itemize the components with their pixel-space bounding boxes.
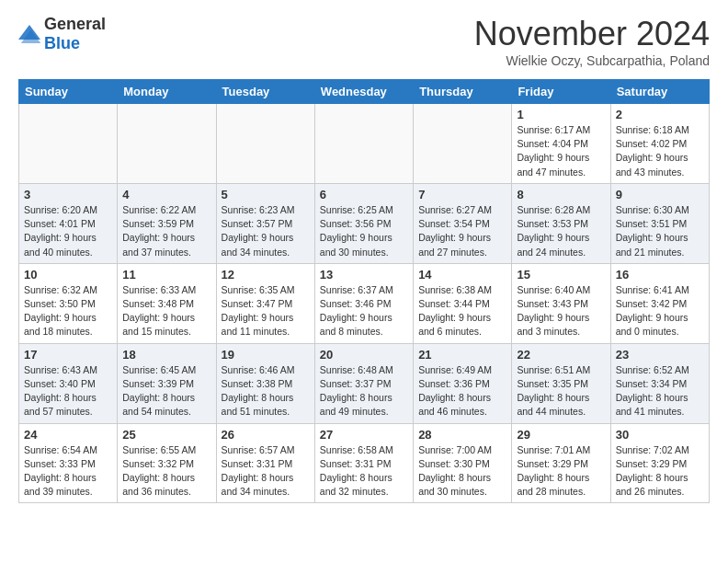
calendar-cell: 3Sunrise: 6:20 AM Sunset: 4:01 PM Daylig… [19,183,118,263]
day-number: 24 [24,428,112,442]
calendar-cell: 17Sunrise: 6:43 AM Sunset: 3:40 PM Dayli… [19,343,118,423]
day-number: 22 [517,348,605,362]
day-number: 29 [517,428,605,442]
logo-general: General [44,15,106,33]
day-number: 23 [616,348,704,362]
day-info: Sunrise: 6:46 AM Sunset: 3:38 PM Dayligh… [222,363,310,419]
calendar-cell: 1Sunrise: 6:17 AM Sunset: 4:04 PM Daylig… [512,104,610,184]
day-info: Sunrise: 6:38 AM Sunset: 3:44 PM Dayligh… [418,283,506,339]
calendar-cell: 13Sunrise: 6:37 AM Sunset: 3:46 PM Dayli… [314,263,413,343]
day-info: Sunrise: 6:33 AM Sunset: 3:48 PM Dayligh… [122,283,210,339]
calendar-cell: 24Sunrise: 6:54 AM Sunset: 3:33 PM Dayli… [19,423,118,503]
week-row-4: 17Sunrise: 6:43 AM Sunset: 3:40 PM Dayli… [19,343,710,423]
day-info: Sunrise: 6:27 AM Sunset: 3:54 PM Dayligh… [418,203,506,259]
title-section: November 2024 Wielkie Oczy, Subcarpathia… [474,15,710,68]
day-header-saturday: Saturday [610,80,709,104]
day-number: 2 [616,108,704,121]
day-header-monday: Monday [118,80,216,104]
day-header-thursday: Thursday [414,80,512,104]
day-info: Sunrise: 6:54 AM Sunset: 3:33 PM Dayligh… [24,443,112,500]
day-number: 27 [320,428,408,442]
day-number: 11 [122,268,210,282]
day-info: Sunrise: 7:01 AM Sunset: 3:29 PM Dayligh… [517,443,605,500]
calendar-cell: 2Sunrise: 6:18 AM Sunset: 4:02 PM Daylig… [610,104,709,184]
subtitle: Wielkie Oczy, Subcarpathia, Poland [474,53,710,68]
day-number: 15 [517,268,605,282]
calendar-cell: 20Sunrise: 6:48 AM Sunset: 3:37 PM Dayli… [314,343,413,423]
day-number: 30 [616,428,704,442]
day-number: 14 [418,268,506,282]
week-row-1: 1Sunrise: 6:17 AM Sunset: 4:04 PM Daylig… [19,104,710,184]
day-info: Sunrise: 6:37 AM Sunset: 3:46 PM Dayligh… [320,283,408,339]
calendar-cell: 29Sunrise: 7:01 AM Sunset: 3:29 PM Dayli… [512,423,610,503]
calendar-cell: 26Sunrise: 6:57 AM Sunset: 3:31 PM Dayli… [216,423,314,503]
week-row-3: 10Sunrise: 6:32 AM Sunset: 3:50 PM Dayli… [19,263,710,343]
calendar-cell [19,104,118,184]
day-info: Sunrise: 6:17 AM Sunset: 4:04 PM Dayligh… [517,123,605,179]
day-info: Sunrise: 6:43 AM Sunset: 3:40 PM Dayligh… [24,363,112,419]
day-info: Sunrise: 6:55 AM Sunset: 3:32 PM Dayligh… [122,443,210,500]
day-info: Sunrise: 6:48 AM Sunset: 3:37 PM Dayligh… [320,363,408,419]
day-number: 25 [122,428,210,442]
logo-blue: Blue [44,34,80,52]
day-number: 16 [616,268,704,282]
day-info: Sunrise: 6:51 AM Sunset: 3:35 PM Dayligh… [517,363,605,419]
calendar-cell: 21Sunrise: 6:49 AM Sunset: 3:36 PM Dayli… [414,343,512,423]
day-info: Sunrise: 6:57 AM Sunset: 3:31 PM Dayligh… [222,443,310,500]
calendar-cell: 4Sunrise: 6:22 AM Sunset: 3:59 PM Daylig… [118,183,216,263]
day-number: 5 [222,188,310,201]
day-info: Sunrise: 7:00 AM Sunset: 3:30 PM Dayligh… [418,443,506,500]
calendar-table: SundayMondayTuesdayWednesdayThursdayFrid… [18,79,710,503]
calendar-cell: 10Sunrise: 6:32 AM Sunset: 3:50 PM Dayli… [19,263,118,343]
calendar-cell: 5Sunrise: 6:23 AM Sunset: 3:57 PM Daylig… [216,183,314,263]
month-title: November 2024 [474,15,710,53]
calendar-cell [314,104,413,184]
day-number: 19 [222,348,310,362]
day-info: Sunrise: 7:02 AM Sunset: 3:29 PM Dayligh… [616,443,704,500]
calendar-cell: 15Sunrise: 6:40 AM Sunset: 3:43 PM Dayli… [512,263,610,343]
logo-text: General Blue [44,15,106,53]
calendar-cell: 23Sunrise: 6:52 AM Sunset: 3:34 PM Dayli… [610,343,709,423]
day-number: 7 [418,188,506,201]
header-row: SundayMondayTuesdayWednesdayThursdayFrid… [19,80,710,104]
day-info: Sunrise: 6:32 AM Sunset: 3:50 PM Dayligh… [24,283,112,339]
calendar-cell [118,104,216,184]
calendar-cell: 9Sunrise: 6:30 AM Sunset: 3:51 PM Daylig… [610,183,709,263]
calendar-cell: 8Sunrise: 6:28 AM Sunset: 3:53 PM Daylig… [512,183,610,263]
day-info: Sunrise: 6:30 AM Sunset: 3:51 PM Dayligh… [616,203,704,259]
week-row-5: 24Sunrise: 6:54 AM Sunset: 3:33 PM Dayli… [19,423,710,503]
day-info: Sunrise: 6:23 AM Sunset: 3:57 PM Dayligh… [222,203,310,259]
calendar-cell: 12Sunrise: 6:35 AM Sunset: 3:47 PM Dayli… [216,263,314,343]
calendar-cell: 30Sunrise: 7:02 AM Sunset: 3:29 PM Dayli… [610,423,709,503]
day-info: Sunrise: 6:20 AM Sunset: 4:01 PM Dayligh… [24,203,112,259]
calendar-cell: 7Sunrise: 6:27 AM Sunset: 3:54 PM Daylig… [414,183,512,263]
day-number: 3 [24,188,112,201]
calendar-cell: 16Sunrise: 6:41 AM Sunset: 3:42 PM Dayli… [610,263,709,343]
day-number: 18 [122,348,210,362]
header: General Blue November 2024 Wielkie Oczy,… [18,15,710,68]
calendar-cell: 22Sunrise: 6:51 AM Sunset: 3:35 PM Dayli… [512,343,610,423]
day-info: Sunrise: 6:18 AM Sunset: 4:02 PM Dayligh… [616,123,704,179]
day-number: 20 [320,348,408,362]
calendar-cell: 18Sunrise: 6:45 AM Sunset: 3:39 PM Dayli… [118,343,216,423]
day-number: 17 [24,348,112,362]
day-header-sunday: Sunday [19,80,118,104]
logo-icon [18,25,40,43]
calendar-cell: 14Sunrise: 6:38 AM Sunset: 3:44 PM Dayli… [414,263,512,343]
day-number: 6 [320,188,408,201]
calendar-cell: 19Sunrise: 6:46 AM Sunset: 3:38 PM Dayli… [216,343,314,423]
day-header-wednesday: Wednesday [314,80,413,104]
day-number: 28 [418,428,506,442]
calendar-cell: 28Sunrise: 7:00 AM Sunset: 3:30 PM Dayli… [414,423,512,503]
day-number: 4 [122,188,210,201]
day-number: 26 [222,428,310,442]
week-row-2: 3Sunrise: 6:20 AM Sunset: 4:01 PM Daylig… [19,183,710,263]
day-number: 12 [222,268,310,282]
day-info: Sunrise: 6:45 AM Sunset: 3:39 PM Dayligh… [122,363,210,419]
calendar-cell: 6Sunrise: 6:25 AM Sunset: 3:56 PM Daylig… [314,183,413,263]
day-header-friday: Friday [512,80,610,104]
day-info: Sunrise: 6:35 AM Sunset: 3:47 PM Dayligh… [222,283,310,339]
calendar-cell: 11Sunrise: 6:33 AM Sunset: 3:48 PM Dayli… [118,263,216,343]
calendar-cell [216,104,314,184]
day-number: 21 [418,348,506,362]
